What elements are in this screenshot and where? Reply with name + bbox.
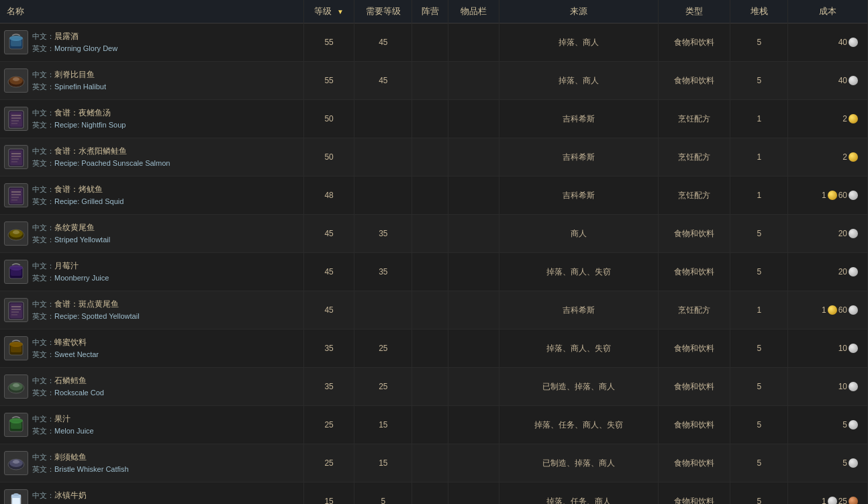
svg-rect-2 bbox=[11, 40, 21, 46]
table-row[interactable]: 中文：食谱：水煮阳鳞鲑鱼 英文：Recipe: Poached Sunscale… bbox=[0, 138, 868, 177]
svg-point-5 bbox=[13, 77, 19, 81]
item-cost: 20 bbox=[788, 253, 868, 291]
cost-value: 2 bbox=[842, 114, 847, 123]
item-cost: 40 bbox=[788, 23, 868, 62]
item-name-cell[interactable]: 中文：冰镇牛奶 英文：Ice Cold Milk bbox=[0, 483, 303, 505]
item-req-level: 25 bbox=[354, 368, 412, 406]
table-row[interactable]: 中文：石鳞鳕鱼 英文：Rockscale Cod 3525已制造、掉落、商人食物… bbox=[0, 368, 868, 406]
item-icon bbox=[4, 221, 28, 246]
item-name-cell[interactable]: 中文：刺脊比目鱼 英文：Spinefin Halibut bbox=[0, 62, 303, 100]
cost-display: 160 bbox=[792, 305, 863, 315]
item-en-name: 英文：Striped Yellowtail bbox=[32, 235, 110, 245]
item-faction bbox=[412, 215, 448, 253]
item-cost: 160 bbox=[788, 177, 868, 215]
item-stack: 1 bbox=[730, 177, 788, 215]
table-row[interactable]: 中文：果汁 英文：Melon Juice 2515掉落、任务、商人、失窃食物和饮… bbox=[0, 406, 868, 444]
cost-display: 125 bbox=[792, 497, 863, 504]
table-row[interactable]: 中文：晨露酒 英文：Morning Glory Dew 5545掉落、商人食物和… bbox=[0, 23, 868, 62]
item-slot bbox=[448, 444, 499, 483]
col-header-req[interactable]: 需要等级 bbox=[354, 0, 412, 23]
table-row[interactable]: 中文：蜂蜜饮料 英文：Sweet Nectar 3525掉落、商人、失窃食物和饮… bbox=[0, 330, 868, 368]
item-name-cell[interactable]: 中文：条纹黄尾鱼 英文：Striped Yellowtail bbox=[0, 215, 303, 253]
item-name-cell[interactable]: 中文：食谱：烤鱿鱼 英文：Recipe: Grilled Squid bbox=[0, 177, 303, 215]
svg-rect-29 bbox=[11, 269, 21, 276]
item-cn-name: 中文：石鳞鳕鱼 bbox=[32, 375, 104, 387]
item-name-cell[interactable]: 中文：食谱：水煮阳鳞鲑鱼 英文：Recipe: Poached Sunscale… bbox=[0, 138, 303, 177]
cost-value: 20 bbox=[838, 229, 847, 238]
item-source: 掉落、任务、商人 bbox=[499, 483, 658, 505]
svg-point-41 bbox=[13, 383, 19, 387]
item-names: 中文：石鳞鳕鱼 英文：Rockscale Cod bbox=[32, 375, 104, 398]
item-slot bbox=[448, 215, 499, 253]
gold-coin-icon bbox=[849, 114, 858, 123]
item-req-level: 45 bbox=[354, 62, 412, 100]
table-row[interactable]: 中文：刺须鲶鱼 英文：Bristle Whisker Catfish 2515已… bbox=[0, 444, 868, 483]
item-source: 商人 bbox=[499, 215, 658, 253]
svg-rect-38 bbox=[11, 346, 21, 352]
col-header-name[interactable]: 名称 bbox=[0, 0, 303, 23]
gold-coin-icon bbox=[828, 191, 837, 200]
col-header-stack[interactable]: 堆栈 bbox=[730, 0, 788, 23]
item-req-level: 35 bbox=[354, 215, 412, 253]
item-source: 掉落、商人、失窃 bbox=[499, 253, 658, 291]
item-req-level: 15 bbox=[354, 444, 412, 483]
item-slot bbox=[448, 138, 499, 177]
col-header-cost[interactable]: 成本 bbox=[788, 0, 868, 23]
item-cost: 2 bbox=[788, 100, 868, 138]
item-icon bbox=[4, 489, 28, 504]
item-type: 食物和饮料 bbox=[658, 406, 730, 444]
cost-display: 5 bbox=[792, 458, 863, 468]
silver-coin-icon bbox=[849, 382, 858, 391]
item-names: 中文：食谱：夜鳍鱼汤 英文：Recipe: Nightfin Soup bbox=[32, 107, 126, 130]
item-faction bbox=[412, 138, 448, 177]
item-type: 食物和饮料 bbox=[658, 253, 730, 291]
item-faction bbox=[412, 23, 448, 62]
col-header-source[interactable]: 来源 bbox=[499, 0, 658, 23]
cost-value: 25 bbox=[838, 497, 847, 504]
col-header-type[interactable]: 类型 bbox=[658, 0, 730, 23]
item-name-cell[interactable]: 中文：晨露酒 英文：Morning Glory Dew bbox=[0, 23, 303, 62]
table-row[interactable]: 中文：冰镇牛奶 英文：Ice Cold Milk 155掉落、任务、商人食物和饮… bbox=[0, 483, 868, 505]
svg-rect-7 bbox=[10, 112, 22, 127]
cost-display: 2 bbox=[792, 114, 863, 123]
item-en-name: 英文：Moonberry Juice bbox=[32, 273, 109, 283]
item-name-cell[interactable]: 中文：月莓汁 英文：Moonberry Juice bbox=[0, 253, 303, 291]
table-row[interactable]: 中文：食谱：夜鳍鱼汤 英文：Recipe: Nightfin Soup 50吉科… bbox=[0, 100, 868, 138]
item-req-level bbox=[354, 100, 412, 138]
item-names: 中文：刺须鲶鱼 英文：Bristle Whisker Catfish bbox=[32, 452, 129, 474]
copper-coin-icon bbox=[849, 497, 858, 504]
item-slot bbox=[448, 368, 499, 406]
table-row[interactable]: 中文：刺脊比目鱼 英文：Spinefin Halibut 5545掉落、商人食物… bbox=[0, 62, 868, 100]
item-level: 50 bbox=[303, 100, 354, 138]
item-req-level: 25 bbox=[354, 330, 412, 368]
table-body: 中文：晨露酒 英文：Morning Glory Dew 5545掉落、商人食物和… bbox=[0, 23, 868, 505]
table-row[interactable]: 中文：食谱：烤鱿鱼 英文：Recipe: Grilled Squid 48吉科希… bbox=[0, 177, 868, 215]
gold-coin-icon bbox=[849, 152, 858, 162]
table-row[interactable]: 中文：食谱：斑点黄尾鱼 英文：Recipe: Spotted Yellowtai… bbox=[0, 291, 868, 330]
item-source: 吉科希斯 bbox=[499, 177, 658, 215]
cost-value: 40 bbox=[838, 38, 847, 47]
col-header-slot[interactable]: 物品栏 bbox=[448, 0, 499, 23]
item-names: 中文：条纹黄尾鱼 英文：Striped Yellowtail bbox=[32, 222, 110, 245]
item-name-cell[interactable]: 中文：食谱：斑点黄尾鱼 英文：Recipe: Spotted Yellowtai… bbox=[0, 291, 303, 330]
table-row[interactable]: 中文：条纹黄尾鱼 英文：Striped Yellowtail 4535商人食物和… bbox=[0, 215, 868, 253]
item-name-cell[interactable]: 中文：蜂蜜饮料 英文：Sweet Nectar bbox=[0, 330, 303, 368]
item-type: 烹饪配方 bbox=[658, 177, 730, 215]
item-name-cell[interactable]: 中文：刺须鲶鱼 英文：Bristle Whisker Catfish bbox=[0, 444, 303, 483]
col-header-level[interactable]: 等级 ▼ bbox=[303, 0, 354, 23]
cost-value: 5 bbox=[842, 420, 847, 430]
item-name-cell[interactable]: 中文：石鳞鳕鱼 英文：Rockscale Cod bbox=[0, 368, 303, 406]
item-slot bbox=[448, 253, 499, 291]
item-names: 中文：食谱：斑点黄尾鱼 英文：Recipe: Spotted Yellowtai… bbox=[32, 299, 140, 321]
item-en-name: 英文：Spinefin Halibut bbox=[32, 82, 106, 92]
item-cost: 125 bbox=[788, 483, 868, 505]
item-name-cell[interactable]: 中文：食谱：夜鳍鱼汤 英文：Recipe: Nightfin Soup bbox=[0, 100, 303, 138]
col-header-faction[interactable]: 阵营 bbox=[412, 0, 448, 23]
item-name-cell[interactable]: 中文：果汁 英文：Melon Juice bbox=[0, 406, 303, 444]
item-cn-name: 中文：晨露酒 bbox=[32, 31, 117, 42]
main-container: 名称 等级 ▼ 需要等级 阵营 物品栏 来源 bbox=[0, 0, 868, 504]
item-cost: 20 bbox=[788, 215, 868, 253]
item-faction bbox=[412, 444, 448, 483]
table-row[interactable]: 中文：月莓汁 英文：Moonberry Juice 4535掉落、商人、失窃食物… bbox=[0, 253, 868, 291]
item-slot bbox=[448, 291, 499, 330]
